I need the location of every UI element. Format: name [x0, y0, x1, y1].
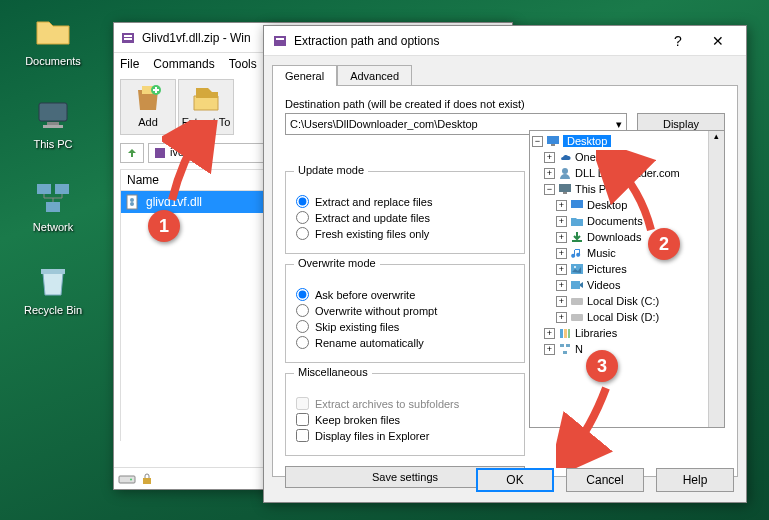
- dll-file-icon: [125, 194, 141, 210]
- check-label: Display files in Explorer: [315, 430, 429, 442]
- radio-extract-update[interactable]: [296, 211, 309, 224]
- tool-extractto-button[interactable]: Extract To: [178, 79, 234, 135]
- desktop-icon-recyclebin[interactable]: Recycle Bin: [18, 261, 88, 316]
- update-mode-legend: Update mode: [294, 164, 368, 176]
- help-button[interactable]: Help: [656, 468, 734, 492]
- radio-label: Fresh existing files only: [315, 228, 429, 240]
- radio-overwrite-noprompt[interactable]: [296, 304, 309, 317]
- check-display-explorer[interactable]: [296, 429, 309, 442]
- svg-rect-21: [551, 144, 555, 146]
- radio-label: Extract and replace files: [315, 196, 432, 208]
- dialog-tabs: General Advanced: [264, 56, 746, 85]
- expand-icon[interactable]: +: [544, 152, 555, 163]
- collapse-icon[interactable]: −: [532, 136, 543, 147]
- tree-label: Libraries: [575, 327, 617, 339]
- tree-node[interactable]: +Pictures: [556, 261, 708, 277]
- disk-icon: [118, 472, 136, 486]
- file-name: glivd1vf.dll: [146, 195, 202, 209]
- overwrite-mode-legend: Overwrite mode: [294, 257, 380, 269]
- tree-node[interactable]: +Documents: [556, 213, 708, 229]
- svg-rect-0: [39, 103, 67, 121]
- svg-rect-19: [276, 38, 284, 40]
- radio-extract-replace[interactable]: [296, 195, 309, 208]
- menu-commands[interactable]: Commands: [153, 57, 214, 71]
- tree-label: Desktop: [587, 199, 627, 211]
- expand-icon[interactable]: +: [556, 200, 567, 211]
- tree-node[interactable]: +Videos: [556, 277, 708, 293]
- chevron-down-icon[interactable]: ▾: [616, 118, 622, 131]
- expand-icon[interactable]: +: [556, 232, 567, 243]
- expand-icon[interactable]: +: [556, 264, 567, 275]
- svg-rect-33: [564, 329, 567, 338]
- archive-add-icon: [132, 82, 164, 114]
- libraries-icon: [558, 326, 572, 340]
- tree-node[interactable]: +Local Disk (C:): [556, 293, 708, 309]
- tree-node[interactable]: +Music: [556, 245, 708, 261]
- folder-tree[interactable]: ▴ −Desktop +OneDr +DLL Downloader.com −T…: [529, 130, 725, 428]
- check-keep-broken[interactable]: [296, 413, 309, 426]
- close-icon: ✕: [712, 33, 724, 49]
- radio-skip-existing[interactable]: [296, 320, 309, 333]
- desktop-icon-thispc[interactable]: This PC: [18, 95, 88, 150]
- svg-rect-30: [571, 298, 583, 305]
- pictures-icon: [570, 262, 584, 276]
- expand-icon[interactable]: +: [556, 312, 567, 323]
- menu-tools[interactable]: Tools: [229, 57, 257, 71]
- network-icon: [33, 178, 73, 218]
- tree-label: OneDr: [575, 151, 607, 163]
- nav-up-button[interactable]: [120, 143, 144, 163]
- tree-label: Music: [587, 247, 616, 259]
- radio-rename-auto[interactable]: [296, 336, 309, 349]
- expand-icon[interactable]: +: [556, 248, 567, 259]
- dialog-titlebar[interactable]: Extraction path and options ? ✕: [264, 26, 746, 56]
- svg-rect-9: [124, 38, 132, 40]
- folder-icon: [570, 214, 584, 228]
- tree-label: Pictures: [587, 263, 627, 275]
- computer-icon: [558, 182, 572, 196]
- svg-rect-15: [119, 476, 135, 483]
- tool-add-label: Add: [138, 116, 158, 128]
- help-button[interactable]: ?: [658, 27, 698, 55]
- tab-advanced[interactable]: Advanced: [337, 65, 412, 86]
- tree-label: Downloads: [587, 231, 641, 243]
- desktop-icon-documents[interactable]: Documents: [18, 12, 88, 67]
- expand-icon[interactable]: +: [544, 328, 555, 339]
- disk-icon: [570, 310, 584, 324]
- tool-partial: [236, 79, 254, 135]
- winrar-title-text: Glivd1vf.dll.zip - Win: [142, 31, 251, 45]
- tree-label: Videos: [587, 279, 620, 291]
- expand-icon[interactable]: +: [556, 280, 567, 291]
- tree-node-desktop[interactable]: −Desktop: [532, 133, 708, 149]
- tree-node-user[interactable]: +DLL Downloader.com: [544, 165, 708, 181]
- menu-file[interactable]: File: [120, 57, 139, 71]
- tool-add-button[interactable]: Add: [120, 79, 176, 135]
- svg-rect-37: [563, 351, 567, 354]
- expand-icon[interactable]: +: [544, 168, 555, 179]
- expand-icon[interactable]: +: [556, 216, 567, 227]
- desktop-icon-network[interactable]: Network: [18, 178, 88, 233]
- tree-node-libraries[interactable]: +Libraries: [544, 325, 708, 341]
- close-button[interactable]: ✕: [698, 27, 738, 55]
- desktop-icon-label: Documents: [18, 55, 88, 67]
- expand-icon[interactable]: +: [544, 344, 555, 355]
- svg-rect-1: [47, 122, 59, 125]
- tree-node[interactable]: +Downloads: [556, 229, 708, 245]
- scroll-up-icon[interactable]: ▴: [714, 131, 719, 141]
- tree-node[interactable]: +Local Disk (D:): [556, 309, 708, 325]
- radio-fresh-only[interactable]: [296, 227, 309, 240]
- svg-rect-25: [571, 200, 583, 208]
- expand-icon[interactable]: +: [556, 296, 567, 307]
- tree-node[interactable]: +Desktop: [556, 197, 708, 213]
- scrollbar[interactable]: ▴: [708, 131, 724, 427]
- tree-node-network[interactable]: +N: [544, 341, 708, 357]
- cancel-button[interactable]: Cancel: [566, 468, 644, 492]
- callout-number: 3: [597, 356, 607, 377]
- collapse-icon[interactable]: −: [544, 184, 555, 195]
- tree-node-thispc[interactable]: −This PC: [544, 181, 708, 197]
- tree-node-onedrive[interactable]: +OneDr: [544, 149, 708, 165]
- ok-button[interactable]: OK: [476, 468, 554, 492]
- radio-ask-overwrite[interactable]: [296, 288, 309, 301]
- svg-rect-17: [143, 478, 151, 484]
- tab-general[interactable]: General: [272, 65, 337, 86]
- radio-label: Skip existing files: [315, 321, 399, 333]
